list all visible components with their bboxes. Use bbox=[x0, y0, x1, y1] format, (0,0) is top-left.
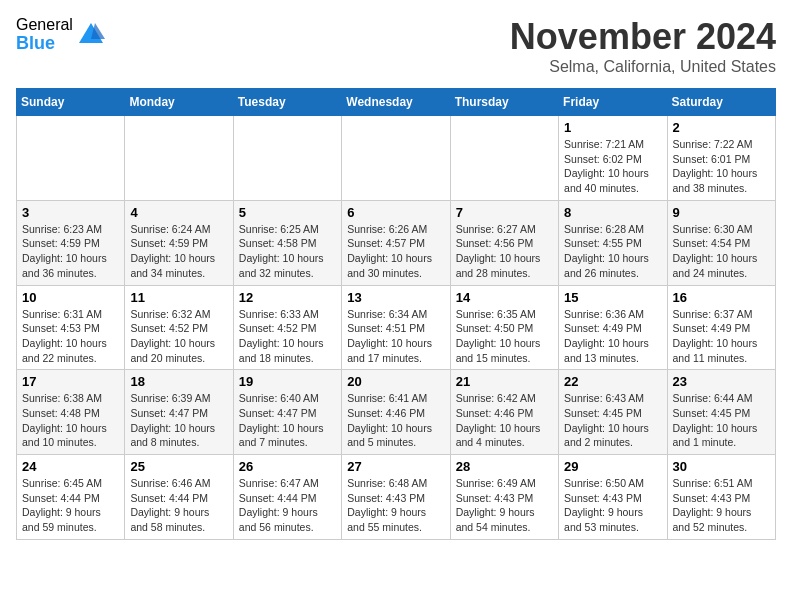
month-title: November 2024 bbox=[510, 16, 776, 58]
day-number: 1 bbox=[564, 120, 661, 135]
day-cell: 29Sunrise: 6:50 AM Sunset: 4:43 PM Dayli… bbox=[559, 455, 667, 540]
day-number: 5 bbox=[239, 205, 336, 220]
day-number: 4 bbox=[130, 205, 227, 220]
logo: General Blue bbox=[16, 16, 105, 53]
day-number: 30 bbox=[673, 459, 770, 474]
day-info: Sunrise: 6:36 AM Sunset: 4:49 PM Dayligh… bbox=[564, 307, 661, 366]
day-info: Sunrise: 6:30 AM Sunset: 4:54 PM Dayligh… bbox=[673, 222, 770, 281]
week-row-5: 24Sunrise: 6:45 AM Sunset: 4:44 PM Dayli… bbox=[17, 455, 776, 540]
day-cell: 1Sunrise: 7:21 AM Sunset: 6:02 PM Daylig… bbox=[559, 116, 667, 201]
day-cell bbox=[233, 116, 341, 201]
day-number: 29 bbox=[564, 459, 661, 474]
header-cell-friday: Friday bbox=[559, 89, 667, 116]
day-number: 19 bbox=[239, 374, 336, 389]
day-info: Sunrise: 6:41 AM Sunset: 4:46 PM Dayligh… bbox=[347, 391, 444, 450]
logo-icon bbox=[77, 21, 105, 49]
day-info: Sunrise: 6:50 AM Sunset: 4:43 PM Dayligh… bbox=[564, 476, 661, 535]
day-cell: 28Sunrise: 6:49 AM Sunset: 4:43 PM Dayli… bbox=[450, 455, 558, 540]
header-cell-thursday: Thursday bbox=[450, 89, 558, 116]
day-number: 12 bbox=[239, 290, 336, 305]
day-info: Sunrise: 6:24 AM Sunset: 4:59 PM Dayligh… bbox=[130, 222, 227, 281]
day-info: Sunrise: 7:21 AM Sunset: 6:02 PM Dayligh… bbox=[564, 137, 661, 196]
day-cell: 6Sunrise: 6:26 AM Sunset: 4:57 PM Daylig… bbox=[342, 200, 450, 285]
header-cell-wednesday: Wednesday bbox=[342, 89, 450, 116]
day-info: Sunrise: 6:37 AM Sunset: 4:49 PM Dayligh… bbox=[673, 307, 770, 366]
day-cell: 9Sunrise: 6:30 AM Sunset: 4:54 PM Daylig… bbox=[667, 200, 775, 285]
day-cell: 27Sunrise: 6:48 AM Sunset: 4:43 PM Dayli… bbox=[342, 455, 450, 540]
day-info: Sunrise: 6:43 AM Sunset: 4:45 PM Dayligh… bbox=[564, 391, 661, 450]
day-cell: 3Sunrise: 6:23 AM Sunset: 4:59 PM Daylig… bbox=[17, 200, 125, 285]
day-cell: 16Sunrise: 6:37 AM Sunset: 4:49 PM Dayli… bbox=[667, 285, 775, 370]
day-info: Sunrise: 6:48 AM Sunset: 4:43 PM Dayligh… bbox=[347, 476, 444, 535]
day-info: Sunrise: 6:26 AM Sunset: 4:57 PM Dayligh… bbox=[347, 222, 444, 281]
day-info: Sunrise: 6:46 AM Sunset: 4:44 PM Dayligh… bbox=[130, 476, 227, 535]
day-cell: 24Sunrise: 6:45 AM Sunset: 4:44 PM Dayli… bbox=[17, 455, 125, 540]
day-cell: 4Sunrise: 6:24 AM Sunset: 4:59 PM Daylig… bbox=[125, 200, 233, 285]
day-info: Sunrise: 6:45 AM Sunset: 4:44 PM Dayligh… bbox=[22, 476, 119, 535]
week-row-3: 10Sunrise: 6:31 AM Sunset: 4:53 PM Dayli… bbox=[17, 285, 776, 370]
day-number: 22 bbox=[564, 374, 661, 389]
header-cell-monday: Monday bbox=[125, 89, 233, 116]
day-info: Sunrise: 7:22 AM Sunset: 6:01 PM Dayligh… bbox=[673, 137, 770, 196]
day-cell: 2Sunrise: 7:22 AM Sunset: 6:01 PM Daylig… bbox=[667, 116, 775, 201]
day-info: Sunrise: 6:27 AM Sunset: 4:56 PM Dayligh… bbox=[456, 222, 553, 281]
day-info: Sunrise: 6:44 AM Sunset: 4:45 PM Dayligh… bbox=[673, 391, 770, 450]
day-cell: 23Sunrise: 6:44 AM Sunset: 4:45 PM Dayli… bbox=[667, 370, 775, 455]
day-number: 13 bbox=[347, 290, 444, 305]
day-cell: 21Sunrise: 6:42 AM Sunset: 4:46 PM Dayli… bbox=[450, 370, 558, 455]
day-info: Sunrise: 6:42 AM Sunset: 4:46 PM Dayligh… bbox=[456, 391, 553, 450]
week-row-1: 1Sunrise: 7:21 AM Sunset: 6:02 PM Daylig… bbox=[17, 116, 776, 201]
day-cell bbox=[342, 116, 450, 201]
day-number: 3 bbox=[22, 205, 119, 220]
day-cell: 5Sunrise: 6:25 AM Sunset: 4:58 PM Daylig… bbox=[233, 200, 341, 285]
calendar-body: 1Sunrise: 7:21 AM Sunset: 6:02 PM Daylig… bbox=[17, 116, 776, 540]
svg-marker-1 bbox=[91, 23, 105, 39]
day-number: 2 bbox=[673, 120, 770, 135]
logo-blue: Blue bbox=[16, 34, 73, 54]
day-cell bbox=[125, 116, 233, 201]
day-number: 27 bbox=[347, 459, 444, 474]
day-cell: 13Sunrise: 6:34 AM Sunset: 4:51 PM Dayli… bbox=[342, 285, 450, 370]
day-number: 6 bbox=[347, 205, 444, 220]
day-cell: 12Sunrise: 6:33 AM Sunset: 4:52 PM Dayli… bbox=[233, 285, 341, 370]
day-cell bbox=[17, 116, 125, 201]
day-info: Sunrise: 6:38 AM Sunset: 4:48 PM Dayligh… bbox=[22, 391, 119, 450]
day-info: Sunrise: 6:39 AM Sunset: 4:47 PM Dayligh… bbox=[130, 391, 227, 450]
day-cell: 25Sunrise: 6:46 AM Sunset: 4:44 PM Dayli… bbox=[125, 455, 233, 540]
header-cell-saturday: Saturday bbox=[667, 89, 775, 116]
day-cell: 10Sunrise: 6:31 AM Sunset: 4:53 PM Dayli… bbox=[17, 285, 125, 370]
header-cell-sunday: Sunday bbox=[17, 89, 125, 116]
day-number: 11 bbox=[130, 290, 227, 305]
day-info: Sunrise: 6:33 AM Sunset: 4:52 PM Dayligh… bbox=[239, 307, 336, 366]
header-cell-tuesday: Tuesday bbox=[233, 89, 341, 116]
logo-text: General Blue bbox=[16, 16, 73, 53]
day-info: Sunrise: 6:28 AM Sunset: 4:55 PM Dayligh… bbox=[564, 222, 661, 281]
day-number: 16 bbox=[673, 290, 770, 305]
day-cell: 19Sunrise: 6:40 AM Sunset: 4:47 PM Dayli… bbox=[233, 370, 341, 455]
day-cell: 18Sunrise: 6:39 AM Sunset: 4:47 PM Dayli… bbox=[125, 370, 233, 455]
day-cell: 20Sunrise: 6:41 AM Sunset: 4:46 PM Dayli… bbox=[342, 370, 450, 455]
day-info: Sunrise: 6:51 AM Sunset: 4:43 PM Dayligh… bbox=[673, 476, 770, 535]
calendar-header: SundayMondayTuesdayWednesdayThursdayFrid… bbox=[17, 89, 776, 116]
day-cell: 26Sunrise: 6:47 AM Sunset: 4:44 PM Dayli… bbox=[233, 455, 341, 540]
day-number: 20 bbox=[347, 374, 444, 389]
title-section: November 2024 Selma, California, United … bbox=[510, 16, 776, 76]
day-info: Sunrise: 6:31 AM Sunset: 4:53 PM Dayligh… bbox=[22, 307, 119, 366]
day-info: Sunrise: 6:23 AM Sunset: 4:59 PM Dayligh… bbox=[22, 222, 119, 281]
day-info: Sunrise: 6:35 AM Sunset: 4:50 PM Dayligh… bbox=[456, 307, 553, 366]
day-cell: 7Sunrise: 6:27 AM Sunset: 4:56 PM Daylig… bbox=[450, 200, 558, 285]
day-number: 18 bbox=[130, 374, 227, 389]
day-number: 14 bbox=[456, 290, 553, 305]
day-number: 8 bbox=[564, 205, 661, 220]
day-cell bbox=[450, 116, 558, 201]
day-number: 21 bbox=[456, 374, 553, 389]
day-number: 28 bbox=[456, 459, 553, 474]
header-row: SundayMondayTuesdayWednesdayThursdayFrid… bbox=[17, 89, 776, 116]
day-info: Sunrise: 6:32 AM Sunset: 4:52 PM Dayligh… bbox=[130, 307, 227, 366]
day-number: 9 bbox=[673, 205, 770, 220]
day-info: Sunrise: 6:47 AM Sunset: 4:44 PM Dayligh… bbox=[239, 476, 336, 535]
day-number: 23 bbox=[673, 374, 770, 389]
week-row-4: 17Sunrise: 6:38 AM Sunset: 4:48 PM Dayli… bbox=[17, 370, 776, 455]
day-number: 10 bbox=[22, 290, 119, 305]
day-info: Sunrise: 6:40 AM Sunset: 4:47 PM Dayligh… bbox=[239, 391, 336, 450]
